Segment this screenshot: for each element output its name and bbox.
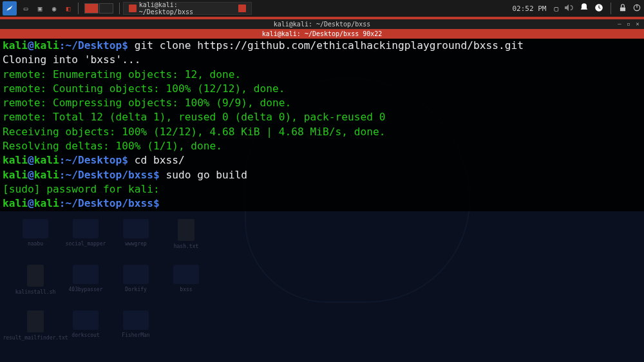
desktop-icon-label: dorkscout — [71, 332, 99, 338]
clock[interactable]: 02:52 PM — [509, 5, 549, 13]
desktop-icon-label: 403bypasser — [69, 287, 103, 292]
terminal-line: remote: Counting objects: 100% (12/12), … — [3, 82, 641, 96]
file-icon — [27, 265, 44, 287]
terminal-icon — [129, 5, 137, 12]
terminal-line: Receiving objects: 100% (12/12), 4.68 Ki… — [3, 125, 641, 139]
minimize-button[interactable]: — — [616, 20, 623, 28]
terminal-line: kali@kali:~/Desktop/bxss$ sudo go build — [3, 168, 641, 182]
terminal-launcher-icon[interactable]: ▣ — [33, 2, 46, 15]
desktop-icon-label: bxss — [180, 287, 192, 292]
folder-icon — [173, 265, 199, 284]
maximize-button[interactable]: ▫ — [625, 20, 632, 28]
desktop-icon-label: FisherMan — [122, 332, 149, 338]
desktop-icon[interactable]: dorkscout — [63, 310, 108, 341]
terminal-line: [sudo] password for kali: — [3, 182, 641, 196]
desktop-icon[interactable]: kalinstall.sh — [13, 265, 58, 295]
window-titlebar[interactable]: kali@kali: ~/Desktop/bxss — ▫ ✕ — [0, 19, 644, 29]
folder-icon — [73, 310, 99, 330]
separator — [78, 3, 79, 14]
terminal-line: Cloning into 'bxss'... — [3, 53, 641, 67]
terminal-window: kali@kali: ~/Desktop/bxss — ▫ ✕ kali@kal… — [0, 17, 644, 211]
desktop-icon[interactable]: 403bypasser — [63, 265, 108, 295]
desktop-icon[interactable]: wwwgrep — [113, 219, 158, 249]
workspace-1[interactable] — [84, 3, 99, 14]
desktop-icon[interactable]: bxss — [164, 265, 209, 295]
tab-title: kali@kali: ~/Desktop/bxss 90x22 — [262, 30, 383, 37]
updates-icon[interactable] — [594, 3, 603, 14]
power-icon[interactable] — [632, 3, 641, 14]
folder-icon — [73, 219, 99, 238]
file-manager-icon[interactable]: ▭ — [19, 2, 32, 15]
file-icon — [178, 219, 194, 241]
desktop-icon-label: social_mapper — [66, 241, 106, 247]
folder-icon — [23, 219, 48, 238]
top-panel: ▭ ▣ ◉ ◧ kali@kali: ~/Desktop/bxss 02:52 … — [0, 0, 644, 17]
display-icon[interactable]: ▢ — [554, 5, 558, 13]
desktop-icon[interactable]: Dorkify — [113, 265, 158, 295]
svg-rect-1 — [620, 7, 625, 11]
desktop-icon[interactable]: naabu — [13, 219, 58, 249]
workspace-switcher[interactable] — [84, 3, 113, 14]
terminal-line: Resolving deltas: 100% (1/1), done. — [3, 139, 641, 153]
taskbar-terminal[interactable]: kali@kali: ~/Desktop/bxss — [123, 2, 252, 15]
desktop-icon[interactable]: hash.txt — [164, 219, 209, 249]
terminal-badge-icon — [238, 5, 246, 12]
desktop-icon-label: result_mailfinder.txt — [3, 335, 68, 341]
terminal-line: remote: Compressing objects: 100% (9/9),… — [3, 96, 641, 110]
window-title: kali@kali: ~/Desktop/bxss — [274, 21, 371, 28]
notification-icon[interactable] — [579, 3, 589, 15]
separator — [119, 3, 120, 14]
desktop-icon[interactable]: social_mapper — [63, 219, 108, 249]
desktop-icon-label: Dorkify — [125, 287, 147, 292]
kali-menu-icon[interactable] — [3, 1, 17, 15]
workspace-2[interactable] — [99, 3, 113, 14]
desktop-icon-label: hash.txt — [174, 243, 199, 249]
desktop-icons: naabusocial_mapperwwwgrephash.txtkalinst… — [13, 219, 209, 341]
folder-icon — [73, 265, 99, 284]
desktop-icon[interactable]: FisherMan — [113, 310, 158, 341]
desktop-icon-label: naabu — [28, 241, 43, 247]
close-button[interactable]: ✕ — [634, 20, 641, 28]
terminal-line: kali@kali:~/Desktop$ cd bxss/ — [3, 153, 641, 167]
terminal-line: remote: Enumerating objects: 12, done. — [3, 68, 641, 82]
browser-icon[interactable]: ◉ — [48, 2, 61, 15]
app-icon[interactable]: ◧ — [62, 2, 75, 15]
desktop-icon-label: kalinstall.sh — [15, 289, 56, 295]
taskbar-label: kali@kali: ~/Desktop/bxss — [139, 1, 234, 15]
file-icon — [27, 310, 44, 332]
volume-icon[interactable] — [564, 3, 574, 15]
folder-icon — [123, 265, 149, 284]
terminal-line: kali@kali:~/Desktop/bxss$ — [3, 196, 641, 211]
tab-bar[interactable]: kali@kali: ~/Desktop/bxss 90x22 — [0, 29, 644, 39]
terminal-body[interactable]: kali@kali:~/Desktop$ git clone https://g… — [0, 39, 644, 211]
desktop-icon[interactable]: result_mailfinder.txt — [13, 310, 58, 341]
desktop-icon-label: wwwgrep — [125, 241, 147, 247]
terminal-line: remote: Total 12 (delta 1), reused 0 (de… — [3, 110, 641, 124]
terminal-line: kali@kali:~/Desktop$ git clone https://g… — [3, 39, 641, 53]
separator — [611, 3, 611, 14]
lock-icon[interactable] — [618, 3, 627, 14]
folder-icon — [123, 219, 149, 238]
folder-icon — [123, 310, 149, 330]
